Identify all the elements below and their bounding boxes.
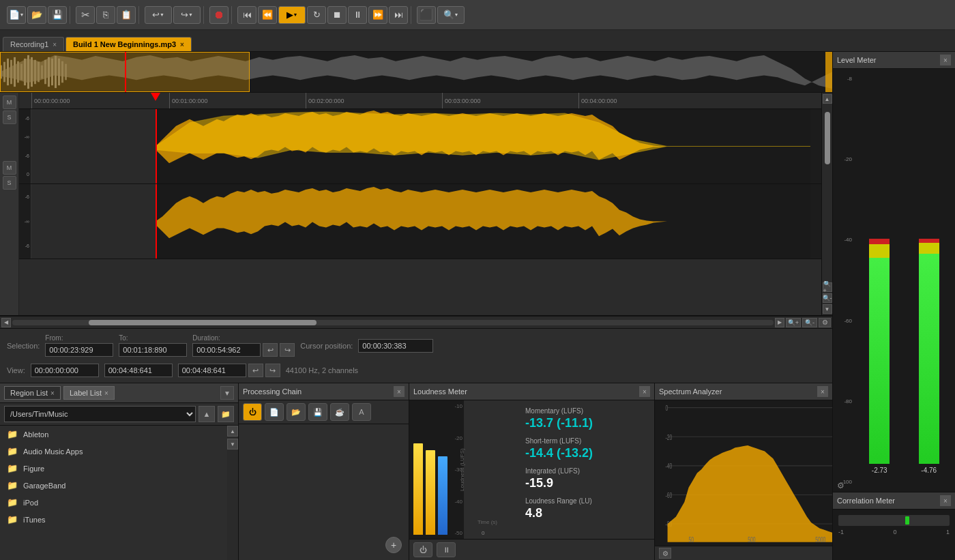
correlation-close[interactable]: × — [940, 495, 951, 506]
loudness-close[interactable]: × — [639, 386, 650, 397]
track-controls: M S M S — [0, 93, 19, 315]
tab-build1[interactable]: Build 1 New Beginnings.mp3 × — [65, 37, 192, 51]
track-settings-btn[interactable]: ⚙ — [819, 318, 831, 327]
level-content: -8 -20 -40 -60 -80 -100 — [833, 69, 955, 492]
list-item[interactable]: 📁 Ableton — [0, 426, 227, 443]
save-button[interactable]: 💾 — [48, 6, 67, 24]
proc-extra-btn[interactable]: ☕ — [330, 403, 349, 421]
level-bar-green-2 — [919, 254, 939, 464]
record-button[interactable]: ⏺ — [209, 6, 229, 24]
proc-power-btn[interactable]: ⏻ — [243, 403, 262, 421]
play-button[interactable]: ▶▼ — [278, 6, 306, 24]
list-item[interactable]: 📁 iTunes — [0, 511, 227, 528]
loop-button[interactable]: ↻ — [307, 6, 326, 24]
region-list-close[interactable]: × — [50, 389, 55, 397]
proc-new-btn[interactable]: 📄 — [265, 403, 284, 421]
scroll-down-arrow[interactable]: ▼ — [823, 304, 832, 314]
fast-forward-button[interactable]: ⏩ — [368, 6, 387, 24]
processing-chain-title: Processing Chain — [243, 387, 391, 396]
h-zoom-out[interactable]: 🔍- — [802, 318, 817, 327]
skip-end-button[interactable]: ⏭ — [389, 6, 408, 24]
track1-label-minus6: -6 — [25, 116, 29, 121]
zoom-button[interactable]: 🔍▼ — [437, 6, 465, 24]
tab-build1-label: Build 1 New Beginnings.mp3 — [73, 40, 176, 48]
undo-view-btn[interactable]: ↩ — [248, 364, 263, 377]
cursor-position-input[interactable] — [358, 339, 433, 353]
redo-view-btn[interactable]: ↪ — [265, 364, 280, 377]
level-settings-btn[interactable]: ⚙ — [837, 481, 844, 490]
file-scroll-down[interactable]: ▼ — [227, 439, 238, 450]
correlation-header: Correlation Meter × — [833, 492, 955, 510]
redo-button[interactable]: ↪▼ — [173, 6, 201, 24]
view-to-input[interactable] — [104, 364, 173, 377]
dir-up-btn[interactable]: ▲ — [199, 406, 215, 422]
selection-from-input[interactable] — [45, 343, 113, 357]
correlation-meter-bar — [838, 515, 950, 526]
undo-selection-btn[interactable]: ↩ — [263, 343, 278, 357]
track-solo-2[interactable]: S — [3, 176, 16, 190]
track-solo-1[interactable]: S — [3, 110, 16, 124]
tab-build1-close[interactable]: × — [180, 41, 184, 48]
rewind-button[interactable]: ⏪ — [258, 6, 277, 24]
level-bar-green-1 — [869, 258, 890, 464]
selection-to-input[interactable] — [119, 343, 187, 357]
track-vertical-scrollbar[interactable]: ▲ 🔍+ 🔍- ▼ — [821, 93, 832, 315]
undo-button[interactable]: ↩▼ — [145, 6, 172, 24]
processing-chain-close[interactable]: × — [394, 386, 405, 397]
spectrum-settings-btn[interactable]: ⚙ — [659, 548, 671, 559]
cut-button[interactable]: ✂ — [76, 6, 95, 24]
zoom-in-v[interactable]: 🔍+ — [823, 282, 832, 292]
track-mute-1[interactable]: M — [3, 95, 16, 109]
scroll-right-arrow[interactable]: ▶ — [775, 318, 784, 327]
level-meter-close[interactable]: × — [940, 55, 951, 65]
corr-label-0: 0 — [893, 529, 896, 535]
cursor-row: Cursor position: — [300, 339, 433, 353]
tab-recording1[interactable]: Recording1 × — [3, 37, 64, 51]
view-from-input[interactable] — [31, 364, 99, 377]
file-scrollbar[interactable]: ▲ ▼ — [227, 426, 238, 560]
redo-selection-btn[interactable]: ↪ — [280, 343, 295, 357]
tab-recording1-close[interactable]: × — [53, 41, 57, 48]
h-zoom-in[interactable]: 🔍+ — [786, 318, 801, 327]
file-scroll-up[interactable]: ▲ — [227, 426, 238, 437]
list-item[interactable]: 📁 iPod — [0, 494, 227, 511]
file-list: 📁 Ableton 📁 Audio Music Apps 📁 Figure — [0, 426, 238, 560]
list-item[interactable]: 📁 Audio Music Apps — [0, 443, 227, 460]
view-duration-input[interactable] — [178, 364, 246, 377]
selection-row: Selection: From: To: Duration: ↩ — [7, 334, 433, 357]
clip-button[interactable]: ⬛ — [417, 6, 436, 24]
loudness-pause-btn[interactable]: ⏸ — [437, 542, 456, 557]
new-button[interactable]: 📄▼ — [7, 6, 26, 24]
open-button[interactable]: 📂 — [27, 6, 46, 24]
pause-button[interactable]: ⏸ — [348, 6, 367, 24]
track-mute-2[interactable]: M — [3, 161, 16, 175]
loudness-power-btn[interactable]: ⏻ — [413, 542, 432, 557]
tab-region-list[interactable]: Region List × — [4, 386, 61, 400]
tab-label-list[interactable]: Label List × — [63, 386, 115, 400]
selection-duration-input[interactable] — [192, 343, 261, 357]
zoom-out-v[interactable]: 🔍- — [823, 293, 832, 303]
list-item[interactable]: 📁 GarageBand — [0, 477, 227, 494]
stop-button[interactable]: ⏹ — [327, 6, 347, 24]
folder-icon: 📁 — [7, 480, 18, 490]
proc-save-btn[interactable]: 💾 — [308, 403, 327, 421]
skip-start-button[interactable]: ⏮ — [237, 6, 256, 24]
correlation-labels: -1 0 1 — [838, 529, 950, 535]
dir-open-btn[interactable]: 📁 — [218, 406, 234, 422]
label-list-close[interactable]: × — [104, 389, 108, 397]
spectrum-close[interactable]: × — [817, 386, 828, 397]
scroll-left-arrow[interactable]: ◀ — [1, 318, 11, 327]
list-item[interactable]: 📁 Figure — [0, 460, 227, 477]
proc-a-btn[interactable]: A — [352, 403, 371, 421]
panel-dropdown[interactable]: ▼ — [220, 386, 234, 400]
proc-open-btn[interactable]: 📂 — [286, 403, 306, 421]
view-row: View: ↩ ↪ 44100 Hz, 2 channels — [7, 364, 433, 377]
h-scroll-track[interactable] — [12, 320, 774, 325]
paste-button[interactable]: 📋 — [117, 6, 136, 24]
scroll-up-arrow[interactable]: ▲ — [823, 94, 832, 104]
selection-from-field: From: — [45, 334, 113, 357]
add-effect-btn[interactable]: + — [385, 537, 402, 553]
copy-button[interactable]: ⎘ — [96, 6, 115, 24]
dir-select[interactable]: /Users/Tim/Music — [4, 406, 196, 422]
track-ruler-area: 00:00:00:000 00:01:00:000 00:02:00:000 0… — [19, 93, 821, 315]
